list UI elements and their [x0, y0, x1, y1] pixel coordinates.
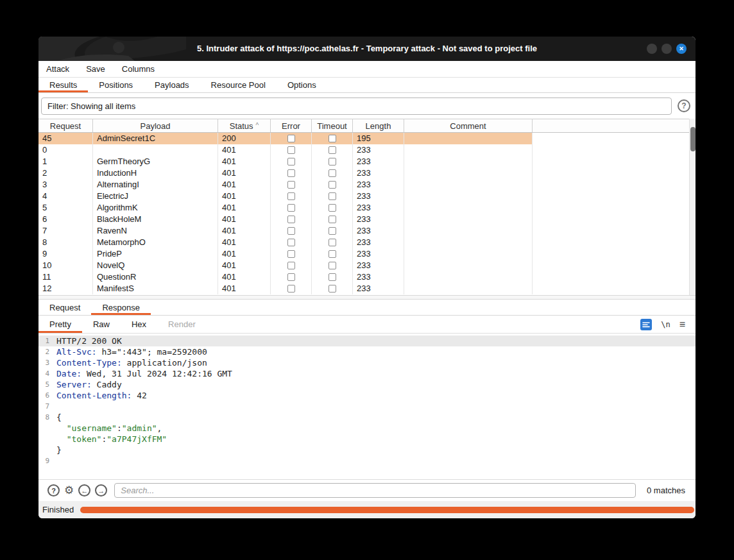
cell-payload: GermTheoryG: [93, 156, 218, 167]
filter-bar[interactable]: [41, 98, 672, 115]
table-row[interactable]: 10 NovelQ 401 233: [38, 260, 689, 271]
search-next-icon[interactable]: →: [95, 484, 107, 496]
table-row[interactable]: 7 RavenN 401 233: [38, 225, 689, 237]
error-checkbox[interactable]: [287, 273, 295, 281]
editor-line: "token":"a7P47jXfFM": [38, 434, 696, 445]
tab-options[interactable]: Options: [277, 78, 327, 92]
table-row[interactable]: 5 AlgorithmK 401 233: [38, 202, 689, 214]
timeout-checkbox[interactable]: [329, 250, 336, 258]
timeout-checkbox[interactable]: [329, 262, 336, 269]
error-checkbox[interactable]: [287, 181, 295, 189]
cell-request: 0: [38, 144, 93, 156]
timeout-checkbox[interactable]: [329, 204, 336, 212]
timeout-checkbox[interactable]: [329, 192, 336, 200]
cell-error: [271, 191, 312, 202]
column-header-error[interactable]: Error: [271, 119, 312, 132]
timeout-checkbox[interactable]: [329, 239, 336, 246]
minimize-button[interactable]: [647, 44, 657, 54]
error-checkbox[interactable]: [287, 250, 295, 258]
column-header-payload[interactable]: Payload: [93, 119, 218, 132]
timeout-checkbox[interactable]: [329, 285, 336, 293]
timeout-checkbox[interactable]: [329, 158, 336, 165]
error-checkbox[interactable]: [287, 204, 295, 212]
column-header-timeout[interactable]: Timeout: [312, 119, 353, 132]
response-editor[interactable]: 1 HTTP/2 200 OK 2 Alt-Svc: h3=":443"; ma…: [38, 334, 696, 479]
menu-columns[interactable]: Columns: [122, 64, 155, 74]
table-row[interactable]: 2 InductionH 401 233: [38, 167, 689, 179]
error-checkbox[interactable]: [287, 262, 295, 269]
scrollbar-thumb[interactable]: [690, 127, 696, 151]
maximize-button[interactable]: [661, 44, 672, 54]
error-checkbox[interactable]: [287, 158, 295, 165]
column-header-request[interactable]: Request: [38, 119, 93, 132]
column-header-length[interactable]: Length: [353, 119, 404, 132]
tab-response[interactable]: Response: [91, 300, 151, 315]
table-row[interactable]: 8 MetamorphO 401 233: [38, 237, 689, 248]
tab-pretty[interactable]: Pretty: [38, 316, 82, 333]
table-row[interactable]: 3 AlternatingI 401 233: [38, 179, 689, 191]
search-previous-icon[interactable]: ←: [78, 484, 90, 496]
cell-error: [271, 237, 312, 248]
menu-save[interactable]: Save: [86, 64, 105, 74]
cell-length: 233: [353, 271, 404, 283]
editor-menu-icon[interactable]: ≡: [679, 319, 685, 330]
timeout-checkbox[interactable]: [329, 169, 336, 177]
timeout-checkbox[interactable]: [329, 181, 336, 189]
column-header-status[interactable]: Status^: [218, 119, 271, 132]
cell-filler: [533, 271, 689, 283]
editor-line: 4 Date: Wed, 31 Jul 2024 12:42:16 GMT: [38, 368, 696, 379]
editor-line: }: [38, 445, 696, 455]
error-checkbox[interactable]: [287, 169, 295, 177]
cell-timeout: [312, 260, 353, 271]
table-row[interactable]: 11 QuestionR 401 233: [38, 271, 689, 283]
cell-comment: [404, 191, 533, 202]
filter-help-icon[interactable]: ?: [678, 99, 690, 112]
table-row[interactable]: 12 ManifestS 401 233: [38, 283, 689, 294]
tab-payloads[interactable]: Payloads: [144, 78, 200, 92]
cell-status: 401: [218, 156, 271, 167]
error-checkbox[interactable]: [287, 135, 295, 142]
table-row[interactable]: 1 GermTheoryG 401 233: [38, 156, 689, 167]
cell-status: 401: [218, 144, 271, 156]
tab-request[interactable]: Request: [38, 300, 91, 315]
table-row[interactable]: 0 401 233: [38, 144, 689, 156]
timeout-checkbox[interactable]: [329, 135, 336, 142]
line-number: 5: [38, 379, 54, 390]
cell-length: 195: [353, 133, 404, 144]
tab-positions[interactable]: Positions: [88, 78, 144, 92]
error-checkbox[interactable]: [287, 192, 295, 200]
timeout-checkbox[interactable]: [329, 273, 336, 281]
error-checkbox[interactable]: [287, 239, 295, 246]
tab-results[interactable]: Results: [38, 78, 88, 92]
error-checkbox[interactable]: [287, 146, 295, 154]
tab-resource-pool[interactable]: Resource Pool: [200, 78, 277, 92]
menu-attack[interactable]: Attack: [46, 64, 69, 74]
cell-length: 233: [353, 191, 404, 202]
panel-splitter[interactable]: [38, 295, 696, 300]
cell-timeout: [312, 237, 353, 248]
search-settings-gear-icon[interactable]: ⚙: [64, 485, 74, 496]
error-checkbox[interactable]: [287, 216, 295, 223]
column-header-comment[interactable]: Comment: [404, 119, 533, 132]
filter-bar-container: ?: [38, 93, 696, 119]
table-row[interactable]: 45 AdminSecret1C 200 195: [38, 133, 689, 144]
timeout-checkbox[interactable]: [329, 216, 336, 223]
error-checkbox[interactable]: [287, 227, 295, 235]
table-row[interactable]: 6 BlackHoleM 401 233: [38, 214, 689, 225]
table-row[interactable]: 4 ElectricJ 401 233: [38, 191, 689, 202]
timeout-checkbox[interactable]: [329, 227, 336, 235]
tab-hex[interactable]: Hex: [121, 316, 157, 333]
timeout-checkbox[interactable]: [329, 146, 336, 154]
table-scrollbar[interactable]: [689, 119, 696, 295]
close-button[interactable]: ✕: [676, 44, 687, 54]
cell-length: 233: [353, 144, 404, 156]
line-content: }: [54, 445, 62, 455]
error-checkbox[interactable]: [287, 285, 295, 293]
show-linebreaks-icon[interactable]: \n: [661, 320, 670, 329]
column-label: Status: [230, 121, 253, 131]
search-input[interactable]: [114, 483, 636, 498]
syntax-highlight-icon[interactable]: [640, 319, 652, 330]
search-help-icon[interactable]: ?: [47, 484, 60, 496]
tab-raw[interactable]: Raw: [82, 316, 121, 333]
table-row[interactable]: 9 PrideP 401 233: [38, 248, 689, 260]
